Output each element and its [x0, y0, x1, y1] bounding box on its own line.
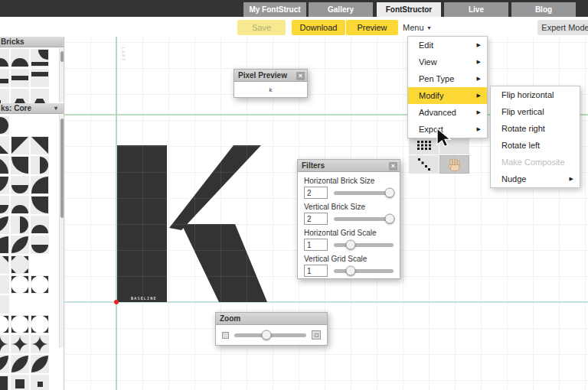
brick-square-lg[interactable]: [0, 375, 9, 390]
brick-halfdisc-s[interactable]: [31, 236, 49, 254]
submenu-item-rotate-left[interactable]: Rotate left: [491, 137, 580, 154]
brick-dome[interactable]: [31, 216, 49, 234]
slider-thumb[interactable]: [345, 266, 355, 276]
v-grid-scale-slider[interactable]: [334, 265, 394, 277]
slider-thumb[interactable]: [262, 330, 272, 340]
v-grid-scale-input[interactable]: [304, 265, 328, 277]
submenu-item-flip-horizontal[interactable]: Flip horizontal: [491, 86, 580, 103]
brick-tri-ne[interactable]: [31, 136, 49, 154]
pixel-preview-glyph: k: [234, 82, 307, 98]
brick-astroid[interactable]: [31, 335, 49, 353]
bricks-scrollbar-thumb[interactable]: [60, 51, 64, 62]
brick-pie-nw[interactable]: [0, 176, 9, 194]
h-grid-scale-input[interactable]: [304, 239, 328, 251]
zoom-in-icon[interactable]: [312, 330, 321, 340]
brick-light-x[interactable]: [11, 255, 29, 274]
tab-my-fontstruct[interactable]: My FontStruct: [243, 2, 306, 17]
menu-button[interactable]: Menu ▾: [403, 20, 431, 35]
close-icon[interactable]: ×: [389, 162, 397, 171]
brick-halfdisc-s[interactable]: [0, 196, 9, 214]
menu-item-edit[interactable]: Edit ▶: [408, 37, 487, 54]
brick-pie-ne[interactable]: [31, 196, 49, 214]
brick-leaf[interactable]: [0, 355, 9, 373]
bricks-section-header[interactable]: Bricks: [0, 37, 64, 47]
tab-live[interactable]: Live: [444, 2, 508, 17]
brick-pen-tool[interactable]: [409, 136, 439, 154]
brick-light-pie[interactable]: [0, 275, 9, 294]
tab-fontstructor[interactable]: FontStructor: [377, 2, 441, 17]
filters-titlebar[interactable]: Filters ×: [298, 160, 400, 172]
brick-halfdisc-e[interactable]: [11, 216, 29, 234]
brick-halfdisc-s[interactable]: [11, 176, 29, 194]
brick-dome[interactable]: [11, 196, 29, 214]
zoom-titlebar[interactable]: Zoom: [216, 313, 327, 325]
brick-bar-mid[interactable]: [11, 69, 29, 87]
download-button[interactable]: Download: [292, 20, 345, 35]
close-icon[interactable]: ×: [296, 72, 305, 80]
bricks-scrollbar[interactable]: [59, 48, 64, 102]
brick-astroid[interactable]: [0, 335, 9, 353]
line-tool[interactable]: [409, 155, 439, 174]
brick-stub[interactable]: [0, 89, 9, 103]
brick-leaf[interactable]: [0, 216, 9, 234]
menu-item-pen-type[interactable]: Pen Type ▶: [408, 70, 487, 87]
h-brick-size-input[interactable]: [304, 187, 328, 199]
slider-thumb[interactable]: [345, 240, 355, 250]
save-button[interactable]: Save: [237, 20, 286, 35]
menu-item-advanced[interactable]: Advanced ▶: [408, 104, 487, 121]
brick-tri-sw[interactable]: [0, 136, 9, 154]
core-scrollbar-thumb[interactable]: [60, 119, 64, 218]
hand-tool[interactable]: [439, 155, 469, 174]
brick-trap[interactable]: [11, 89, 29, 103]
zoom-out-icon[interactable]: [222, 332, 229, 339]
brick-leaf[interactable]: [31, 355, 49, 373]
brick-leaf[interactable]: [11, 355, 29, 373]
h-grid-scale-slider[interactable]: [334, 239, 394, 251]
brick-light-circle[interactable]: [31, 315, 49, 333]
expert-mode-button[interactable]: Expert Mode: [537, 20, 588, 35]
submenu-item-nudge[interactable]: Nudge ▶: [491, 171, 580, 187]
brick-light-pie[interactable]: [0, 295, 9, 314]
brick-astroid[interactable]: [11, 335, 29, 353]
caret-down-icon[interactable]: ▾: [54, 105, 57, 112]
brick-quarter-bar[interactable]: [31, 49, 49, 67]
brick-circle[interactable]: [0, 116, 9, 135]
v-brick-size-input[interactable]: [304, 213, 328, 225]
origin-point[interactable]: [114, 300, 119, 304]
submenu-item-flip-vertical[interactable]: Flip vertical: [491, 103, 580, 120]
brick-square-sm[interactable]: [31, 375, 49, 390]
zoom-slider[interactable]: [234, 330, 306, 340]
brick-pie-sw[interactable]: [0, 156, 9, 174]
core-section-header[interactable]: ks: Core ▾: [0, 103, 64, 114]
brick-pie-se[interactable]: [0, 236, 9, 254]
brick-light-circle[interactable]: [11, 315, 29, 333]
brick-dome[interactable]: [0, 49, 9, 67]
core-scrollbar[interactable]: [59, 115, 64, 348]
tab-blog[interactable]: Blog: [511, 2, 576, 17]
brick-leaf[interactable]: [11, 236, 29, 254]
brick-light-circle[interactable]: [31, 275, 49, 294]
brick-light-circle[interactable]: [11, 275, 29, 294]
brick-square-md[interactable]: [11, 375, 29, 390]
brick-pie-ne[interactable]: [11, 156, 29, 174]
brick-trap[interactable]: [31, 89, 49, 103]
brick-light-corner[interactable]: [0, 255, 9, 274]
slider-thumb[interactable]: [385, 188, 395, 198]
menu-item-view[interactable]: View ▶: [408, 54, 487, 70]
submenu-item-rotate-right[interactable]: Rotate right: [491, 120, 580, 137]
brick-light-circle[interactable]: [0, 315, 9, 333]
slider-thumb[interactable]: [385, 214, 395, 224]
tab-gallery[interactable]: Gallery: [309, 2, 373, 17]
preview-button[interactable]: Preview: [346, 20, 398, 35]
brick-bar-low[interactable]: [0, 69, 9, 87]
brick-halfdisc-e[interactable]: [31, 156, 49, 174]
brick-bar-top[interactable]: [31, 69, 49, 87]
pixel-preview-titlebar[interactable]: Pixel Preview ×: [234, 70, 307, 82]
brick-tri-nw[interactable]: [11, 136, 29, 154]
brick-pie-se[interactable]: [31, 176, 49, 194]
h-brick-size-slider[interactable]: [334, 187, 394, 199]
menu-item-modify[interactable]: Modify ▶: [408, 87, 487, 104]
v-brick-size-slider[interactable]: [334, 213, 394, 225]
top-nav-bar: My FontStruct Gallery FontStructor Live …: [0, 0, 588, 17]
brick-dome[interactable]: [11, 49, 29, 67]
